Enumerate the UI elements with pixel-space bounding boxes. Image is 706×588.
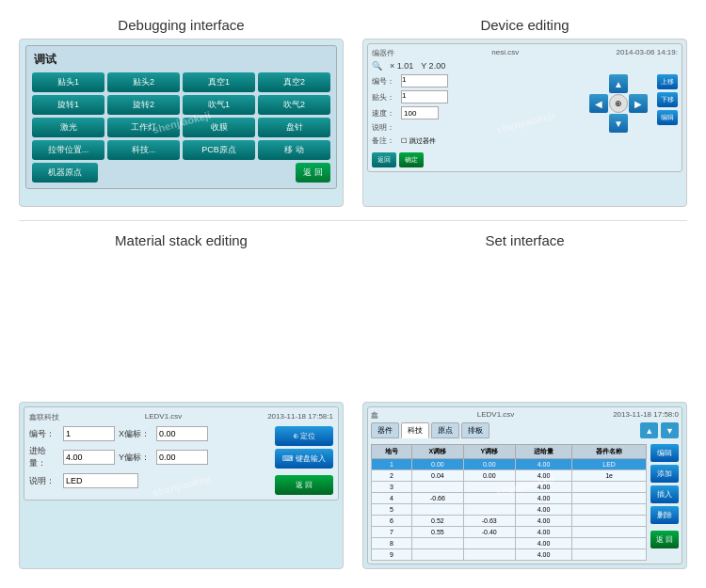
table-row[interactable]: 4 -0.66 4.00 bbox=[372, 493, 647, 504]
device-confirm-btn[interactable]: 确定 bbox=[399, 152, 424, 167]
tab-device[interactable]: 器件 bbox=[371, 422, 399, 438]
cell-name: LED bbox=[572, 459, 646, 470]
cell-name bbox=[572, 549, 646, 561]
mat-row-id: 编号： X偏标： bbox=[29, 426, 264, 441]
speed-input[interactable]: 100 bbox=[401, 106, 439, 119]
device-timestamp: 2014-03-06 14:19: bbox=[617, 48, 678, 58]
arrow-up-btn[interactable]: ▲ bbox=[609, 74, 628, 93]
debug-btn-5[interactable]: 旋转2 bbox=[107, 95, 180, 115]
mat-y-input[interactable] bbox=[156, 450, 208, 465]
tab-origin[interactable]: 原点 bbox=[431, 422, 459, 438]
arrow-down-btn[interactable]: ▼ bbox=[609, 114, 628, 133]
table-row[interactable]: 8 4.00 bbox=[372, 538, 647, 549]
debug-btn-6[interactable]: 吹气1 bbox=[183, 95, 255, 115]
debug-btn-0[interactable]: 贴头1 bbox=[32, 72, 104, 92]
mat-y-label: Y偏标： bbox=[119, 452, 152, 464]
material-screen-title: 鑫联科技 bbox=[29, 412, 59, 422]
kbd-icon: ⌨ bbox=[282, 454, 294, 463]
material-section-title: Material stack editing bbox=[9, 225, 353, 403]
cell-y bbox=[463, 504, 515, 516]
mat-desc-input[interactable] bbox=[63, 473, 138, 488]
set-delete-btn[interactable]: 删除 bbox=[650, 506, 679, 524]
debug-btn-15[interactable]: 移 动 bbox=[258, 140, 330, 160]
table-row[interactable]: 1 0.00 0.00 4.00 LED bbox=[372, 459, 647, 470]
debug-btn-4[interactable]: 旋转1 bbox=[32, 95, 104, 115]
debug-return-btn[interactable]: 返 回 bbox=[296, 163, 330, 183]
device-filename: nesi.csv bbox=[491, 48, 519, 58]
magnifier-icon: 🔍 bbox=[372, 61, 382, 71]
debug-btn-3[interactable]: 真空2 bbox=[258, 72, 330, 92]
debug-btn-11[interactable]: 盘针 bbox=[258, 118, 330, 137]
machine-origin-btn[interactable]: 机器原点 bbox=[32, 163, 98, 183]
tab-layout[interactable]: 排板 bbox=[461, 422, 489, 438]
form-row-paste: 贴头： 1 bbox=[372, 90, 584, 103]
set-section-title: Set interface bbox=[353, 225, 697, 403]
table-row[interactable]: 3 4.00 bbox=[372, 482, 647, 493]
col-feed: 进给量 bbox=[515, 445, 572, 459]
cell-feed: 4.00 bbox=[515, 504, 572, 516]
cell-name bbox=[572, 527, 646, 538]
skip-checkbox[interactable]: ☐ bbox=[401, 137, 407, 145]
device-move-down-btn[interactable]: 下移 bbox=[657, 92, 678, 107]
cell-feed: 4.00 bbox=[515, 527, 572, 538]
debug-btn-1[interactable]: 贴头2 bbox=[107, 72, 180, 92]
debug-bottom-row: 机器原点 返 回 bbox=[32, 163, 330, 183]
col-name: 器件名称 bbox=[572, 445, 646, 459]
debug-btn-7[interactable]: 吹气2 bbox=[258, 95, 330, 115]
debug-btn-2[interactable]: 真空1 bbox=[183, 72, 255, 92]
material-timestamp: 2013-11-18 17:58:1 bbox=[267, 412, 333, 422]
debug-btn-12[interactable]: 拉带位置... bbox=[32, 140, 104, 160]
debug-btn-14[interactable]: PCB原点 bbox=[183, 140, 255, 160]
set-nav-up[interactable]: ▲ bbox=[640, 422, 658, 438]
mat-feed-input[interactable] bbox=[63, 450, 115, 465]
set-header: 鑫 LEDV1.csv 2013-11-18 17:58:0 bbox=[371, 410, 679, 421]
cell-y bbox=[463, 493, 515, 504]
device-edit-btn[interactable]: 编辑 bbox=[657, 110, 678, 125]
cell-feed: 4.00 bbox=[515, 470, 572, 482]
debug-btn-13[interactable]: 科技... bbox=[107, 140, 180, 160]
device-move-up-btn[interactable]: 上移 bbox=[657, 74, 678, 89]
debug-btn-10[interactable]: 收膜 bbox=[183, 118, 255, 137]
table-row[interactable]: 2 0.04 0.00 4.00 1e bbox=[372, 470, 647, 482]
tab-tech[interactable]: 科技 bbox=[401, 422, 429, 438]
speed-label: 速度： bbox=[372, 108, 398, 119]
debug-btn-9[interactable]: 工作灯 bbox=[107, 118, 180, 137]
mat-x-input[interactable] bbox=[156, 426, 208, 441]
arrow-left-btn[interactable]: ◀ bbox=[589, 94, 608, 113]
material-action-btns: ⊕ 定位 ⌨ 键盘输入 返 回 bbox=[275, 426, 333, 495]
set-return-btn[interactable]: 返 回 bbox=[650, 531, 679, 548]
col-x: X调移 bbox=[412, 445, 464, 459]
debug-btn-8[interactable]: 激光 bbox=[32, 118, 104, 137]
positioning-btn[interactable]: ⊕ 定位 bbox=[275, 426, 333, 446]
set-edit-btn[interactable]: 编辑 bbox=[650, 444, 679, 462]
device-content: 编号： 1 贴头： 1 速度： 100 说明： 备注： bbox=[372, 74, 678, 149]
cell-y: -0.40 bbox=[463, 527, 515, 538]
mat-id-input[interactable] bbox=[63, 426, 115, 441]
device-side-btns: 上移 下移 编辑 bbox=[657, 74, 678, 149]
cell-y bbox=[463, 482, 515, 493]
mat-id-label: 编号： bbox=[29, 428, 59, 440]
set-table-header: 地号 X调移 Y调移 进给量 器件名称 bbox=[372, 445, 647, 459]
table-row[interactable]: 9 4.00 bbox=[372, 549, 647, 561]
mat-desc-label: 说明： bbox=[29, 475, 59, 487]
table-row[interactable]: 5 4.00 bbox=[372, 504, 647, 516]
debug-inner: 调试 贴头1 贴头2 真空1 真空2 旋转1 旋转2 吹气1 吹气2 激光 工作… bbox=[25, 45, 337, 189]
set-add-btn[interactable]: 添加 bbox=[650, 465, 679, 483]
arrow-right-btn[interactable]: ▶ bbox=[629, 94, 648, 113]
material-return-btn[interactable]: 返 回 bbox=[275, 475, 333, 495]
mat-feed-label: 进给量： bbox=[29, 445, 59, 469]
form-row-id: 编号： 1 bbox=[372, 74, 584, 87]
table-row[interactable]: 7 0.55 -0.40 4.00 bbox=[372, 527, 647, 538]
paste-input[interactable]: 1 bbox=[401, 90, 448, 103]
device-return-btn[interactable]: 返回 bbox=[372, 152, 396, 167]
x-coord: × 1.01 bbox=[390, 61, 413, 71]
table-row[interactable]: 6 0.52 -0.63 4.00 bbox=[372, 516, 647, 527]
cell-feed: 4.00 bbox=[515, 538, 572, 549]
cell-y bbox=[463, 538, 515, 549]
id-input[interactable]: 1 bbox=[401, 74, 448, 87]
set-insert-btn[interactable]: 插入 bbox=[650, 485, 679, 503]
arrow-panel: ▲ ◀ ⊕ ▶ ▼ bbox=[589, 74, 648, 149]
keyboard-input-btn[interactable]: ⌨ 键盘输入 bbox=[275, 449, 333, 469]
set-nav-down[interactable]: ▼ bbox=[661, 422, 679, 438]
cell-id: 6 bbox=[372, 516, 412, 527]
